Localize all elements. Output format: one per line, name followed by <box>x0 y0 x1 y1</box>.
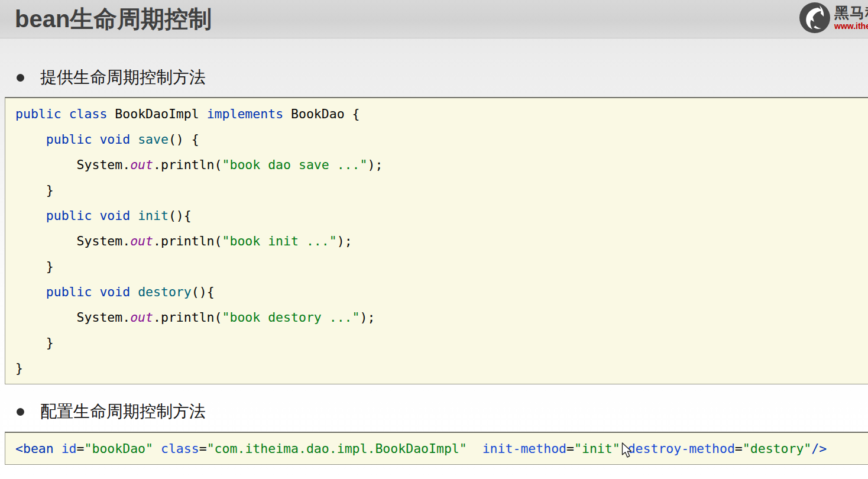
itheima-logo: 黑马程 www.ithei <box>798 1 868 34</box>
bullet-label: 配置生命周期控制方法 <box>40 400 206 423</box>
code-line: } <box>15 254 868 279</box>
logo-url-text: www.ithei <box>834 22 868 30</box>
java-code-block: public class BookDaoImpl implements Book… <box>5 97 868 384</box>
bullet-item-configure-methods: 配置生命周期控制方法 <box>17 400 868 423</box>
logo-brand-text: 黑马程 <box>834 5 868 20</box>
logo-text: 黑马程 www.ithei <box>834 5 868 30</box>
code-line: System.out.println("book init ..."); <box>15 228 868 254</box>
bullet-dot-icon <box>17 74 24 82</box>
code-line: public void destory(){ <box>15 279 868 305</box>
code-line: public void init(){ <box>15 203 868 228</box>
mouse-cursor-icon <box>621 442 633 459</box>
code-line: System.out.println("book destory ..."); <box>15 305 868 330</box>
bullet-item-provide-methods: 提供生命周期控制方法 <box>17 66 868 89</box>
bullet-dot-icon <box>17 408 24 416</box>
code-line: System.out.println("book dao save ..."); <box>15 152 868 177</box>
page-title: bean生命周期控制 <box>15 1 212 37</box>
xml-config-code-block: <bean id="bookDao" class="com.itheima.da… <box>5 432 868 465</box>
code-line: public class BookDaoImpl implements Book… <box>15 101 868 127</box>
bullet-label: 提供生命周期控制方法 <box>40 66 206 89</box>
code-line: public void save() { <box>15 127 868 152</box>
code-line: } <box>15 355 868 381</box>
horse-logo-icon <box>798 1 831 34</box>
code-line: } <box>15 177 868 203</box>
slide-header: bean生命周期控制 黑马程 www.ithei <box>0 0 868 38</box>
code-line: } <box>15 330 868 355</box>
code-line: <bean id="bookDao" class="com.itheima.da… <box>15 436 868 461</box>
